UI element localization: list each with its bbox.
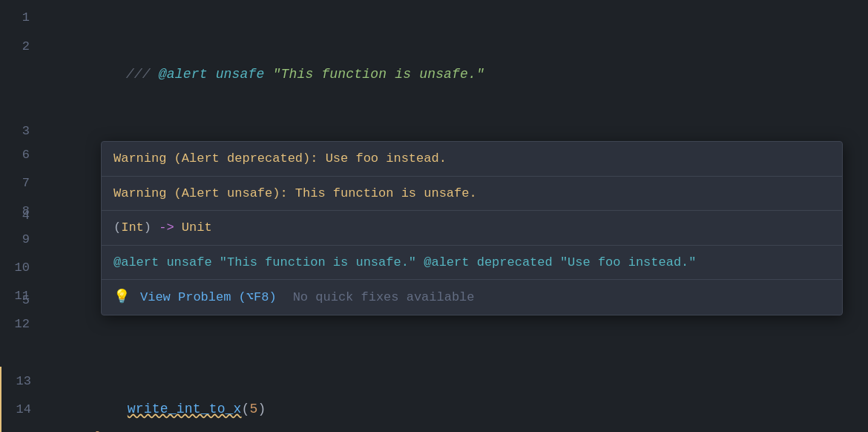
line-number-7: 7	[0, 169, 45, 197]
line-number-9: 9	[0, 226, 45, 254]
line-number-14: 14	[1, 396, 46, 424]
tooltip-annotation-row: @alert unsafe "This function is unsafe."…	[102, 246, 842, 281]
tooltip-warning-label-2: Warning (Alert unsafe): This function is…	[114, 186, 477, 200]
tooltip-type-int: Int	[121, 220, 144, 235]
tooltip-annotation-text: @alert unsafe "This function is unsafe."…	[114, 255, 697, 269]
line-8-num: 8	[0, 197, 101, 226]
tooltip-close-paren: )	[144, 220, 151, 235]
line-6-num: 6	[0, 141, 101, 169]
comment-space2-2	[265, 67, 273, 82]
comment-space-2	[208, 67, 216, 82]
hover-tooltip: Warning (Alert deprecated): Use foo inst…	[101, 141, 843, 315]
code-editor: 1 2 /// @alert unsafe "This function is …	[0, 0, 868, 432]
view-problem-link[interactable]: View Problem (⌥F8)	[140, 288, 277, 307]
line-12-num: 12	[0, 310, 101, 338]
tooltip-open-paren: (	[114, 220, 121, 235]
tooltip-space-unit	[174, 220, 182, 235]
comment-prefix-2: ///	[93, 67, 159, 82]
no-quick-fixes-label: No quick fixes available	[293, 288, 475, 307]
line-number-1: 1	[0, 4, 45, 32]
line-numbers-overlay: 6 7 8 9 10 11 12	[0, 141, 101, 338]
tooltip-warning-label-1: Warning (Alert deprecated): Use foo inst…	[114, 151, 447, 166]
lightbulb-icon: 💡	[114, 287, 130, 307]
line-content-2: /// @alert unsafe "This function is unsa…	[45, 32, 868, 117]
line-number-10: 10	[0, 254, 45, 282]
tooltip-warning-deprecated: Warning (Alert deprecated): Use foo inst…	[102, 142, 842, 177]
line-number-8: 8	[0, 197, 45, 226]
line-number-11: 11	[0, 282, 45, 310]
line-7-num: 7	[0, 169, 101, 197]
line-1: 1	[0, 3, 868, 32]
tooltip-unit-type: Unit	[182, 220, 212, 235]
tooltip-action-row[interactable]: 💡 View Problem (⌥F8) No quick fixes avai…	[102, 280, 842, 315]
comment-alert-type-2: unsafe	[216, 67, 265, 82]
tooltip-arrow: ->	[159, 220, 174, 235]
tooltip-warning-unsafe: Warning (Alert unsafe): This function is…	[102, 177, 842, 212]
line-content-1	[45, 3, 868, 31]
line-number-13: 13	[1, 367, 46, 396]
line-content-14: }	[46, 395, 868, 432]
line-number-12: 12	[0, 310, 45, 338]
comment-alert-val-2: "This function is unsafe."	[273, 67, 485, 82]
line-number-6: 6	[0, 141, 45, 169]
line-14: 14 }	[0, 395, 868, 432]
line-9-num: 9	[0, 226, 101, 254]
line-11-num: 11	[0, 282, 101, 310]
comment-alert-key-2: @alert	[159, 67, 208, 82]
tooltip-space-arrow	[151, 220, 159, 235]
tooltip-type-sig-row: (Int) -> Unit	[102, 211, 842, 246]
line-10-num: 10	[0, 254, 101, 282]
line-number-2: 2	[0, 33, 45, 61]
line-2: 2 /// @alert unsafe "This function is un…	[0, 32, 868, 117]
